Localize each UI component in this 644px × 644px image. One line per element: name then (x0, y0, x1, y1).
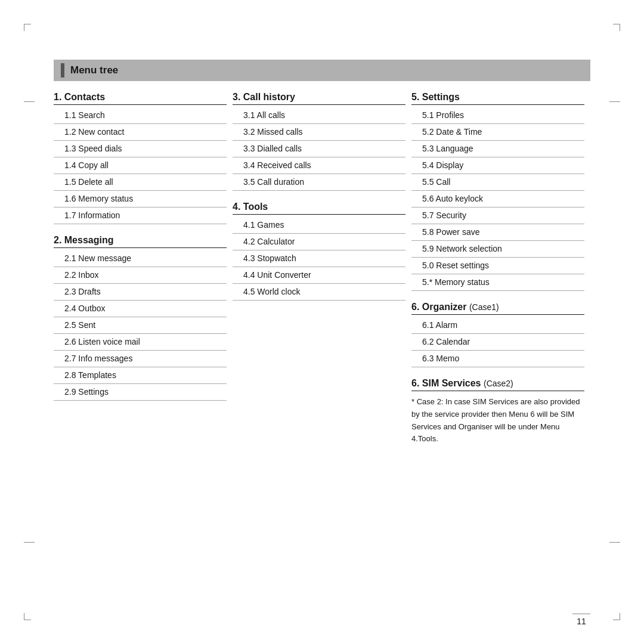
sim-note: * Case 2: In case SIM Services are also … (411, 396, 584, 445)
corner-br (613, 613, 620, 620)
tick-right-bottom (609, 542, 620, 543)
list-item: 3.4 Received calls (233, 157, 405, 174)
sim-services-section: 6. SIM Services (Case2) * Case 2: In cas… (411, 378, 584, 445)
list-item: 5.4 Display (411, 157, 584, 174)
sim-case: (Case2) (484, 379, 513, 388)
list-item: 1.1 Search (54, 107, 227, 124)
corner-tl (24, 24, 31, 31)
list-item: 5.6 Auto keylock (411, 191, 584, 208)
list-item: 5.1 Profiles (411, 107, 584, 124)
column-1: 1. Contacts 1.1 Search 1.2 New contact 1… (54, 92, 233, 401)
call-history-items: 3.1 All calls 3.2 Missed calls 3.3 Diall… (233, 107, 405, 191)
list-item: 1.2 New contact (54, 124, 227, 141)
page-number: 11 (572, 614, 590, 626)
list-item: 2.4 Outbox (54, 301, 227, 317)
list-item: 2.9 Settings (54, 384, 227, 401)
list-item: 2.7 Info messages (54, 351, 227, 367)
sim-services-title: 6. SIM Services (Case2) (411, 378, 584, 391)
list-item: 5.7 Security (411, 208, 584, 224)
list-item: 5.8 Power save (411, 224, 584, 241)
list-item: 2.8 Templates (54, 367, 227, 384)
organizer-case: (Case1) (469, 302, 499, 312)
list-item: 3.3 Dialled calls (233, 141, 405, 157)
organizer-title: 6. Organizer (Case1) (411, 302, 584, 315)
messaging-items: 2.1 New message 2.2 Inbox 2.3 Drafts 2.4… (54, 250, 227, 401)
list-item: 5.9 Network selection (411, 241, 584, 258)
tick-left-top (24, 101, 35, 102)
list-item: 2.6 Listen voice mail (54, 334, 227, 351)
header-bar (61, 63, 64, 78)
list-item: 5.* Memory status (411, 274, 584, 291)
list-item: 6.1 Alarm (411, 317, 584, 334)
list-item: 5.5 Call (411, 174, 584, 191)
list-item: 4.1 Games (233, 217, 405, 234)
menu-tree-header: Menu tree (54, 60, 590, 81)
contacts-title: 1. Contacts (54, 92, 227, 105)
list-item: 2.5 Sent (54, 317, 227, 334)
list-item: 5.3 Language (411, 141, 584, 157)
list-item: 3.2 Missed calls (233, 124, 405, 141)
call-history-title: 3. Call history (233, 92, 405, 105)
list-item: 1.3 Speed dials (54, 141, 227, 157)
list-item: 1.4 Copy all (54, 157, 227, 174)
list-item: 6.2 Calendar (411, 334, 584, 351)
list-item: 5.2 Date & Time (411, 124, 584, 141)
organizer-section: 6. Organizer (Case1) 6.1 Alarm 6.2 Calen… (411, 302, 584, 367)
organizer-items: 6.1 Alarm 6.2 Calendar 6.3 Memo (411, 317, 584, 367)
list-item: 4.3 Stopwatch (233, 250, 405, 267)
list-item: 4.4 Unit Converter (233, 267, 405, 284)
messaging-section: 2. Messaging 2.1 New message 2.2 Inbox 2… (54, 235, 227, 401)
list-item: 2.2 Inbox (54, 267, 227, 284)
corner-bl (24, 613, 31, 620)
list-item: 3.5 Call duration (233, 174, 405, 191)
settings-items: 5.1 Profiles 5.2 Date & Time 5.3 Languag… (411, 107, 584, 291)
contacts-items: 1.1 Search 1.2 New contact 1.3 Speed dia… (54, 107, 227, 224)
tools-title: 4. Tools (233, 202, 405, 215)
list-item: 2.3 Drafts (54, 284, 227, 301)
menu-tree-title: Menu tree (70, 64, 118, 76)
list-item: 1.7 Information (54, 208, 227, 224)
menu-columns: 1. Contacts 1.1 Search 1.2 New contact 1… (54, 92, 590, 445)
tick-right-top (609, 101, 620, 102)
tick-left-bottom (24, 542, 35, 543)
tools-section: 4. Tools 4.1 Games 4.2 Calculator 4.3 St… (233, 202, 405, 301)
settings-title: 5. Settings (411, 92, 584, 105)
messaging-title: 2. Messaging (54, 235, 227, 248)
column-3: 5. Settings 5.1 Profiles 5.2 Date & Time… (411, 92, 590, 445)
page-content: Menu tree 1. Contacts 1.1 Search 1.2 New… (54, 60, 590, 596)
list-item: 6.3 Memo (411, 351, 584, 367)
list-item: 2.1 New message (54, 250, 227, 267)
corner-tr (613, 24, 620, 31)
list-item: 5.0 Reset settings (411, 258, 584, 274)
list-item: 1.6 Memory status (54, 191, 227, 208)
list-item: 3.1 All calls (233, 107, 405, 124)
tools-items: 4.1 Games 4.2 Calculator 4.3 Stopwatch 4… (233, 217, 405, 301)
list-item: 1.5 Delete all (54, 174, 227, 191)
column-2: 3. Call history 3.1 All calls 3.2 Missed… (233, 92, 411, 301)
list-item: 4.2 Calculator (233, 234, 405, 250)
list-item: 4.5 World clock (233, 284, 405, 301)
